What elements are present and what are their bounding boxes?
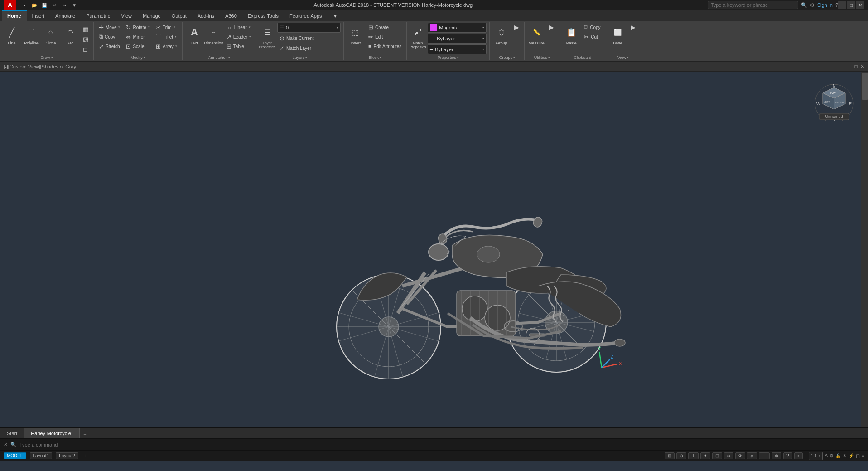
- tab-insert[interactable]: Insert: [27, 10, 50, 21]
- restore-button[interactable]: □: [847, 1, 855, 9]
- add-layout-button[interactable]: +: [82, 453, 88, 458]
- annotation-leader-button[interactable]: ↗ Leader ▾: [224, 32, 253, 41]
- isolate-objects[interactable]: ☀: [843, 453, 847, 458]
- group-button[interactable]: ⬡ Group: [492, 23, 511, 53]
- snap-toggle[interactable]: ⊙: [676, 452, 686, 459]
- modify-stretch-button[interactable]: ⤢ Stretch: [96, 42, 122, 51]
- tpress-toggle[interactable]: ⊕: [772, 452, 781, 459]
- block-insert-button[interactable]: ⬚ Insert: [347, 23, 365, 53]
- annotation-text-button[interactable]: A Text: [185, 23, 203, 53]
- viewport-close[interactable]: ✕: [860, 63, 864, 69]
- cmd-close-icon[interactable]: ✕: [4, 442, 8, 447]
- right-scrollbar[interactable]: [861, 72, 868, 427]
- tab-start[interactable]: Start: [0, 428, 24, 438]
- modify-expand-icon[interactable]: ▾: [144, 56, 145, 59]
- draw-arc-button[interactable]: ◠ Arc: [61, 23, 79, 53]
- paste-button[interactable]: 📋 Paste: [562, 23, 580, 53]
- utilities-expand-btn[interactable]: ▶: [547, 23, 556, 32]
- signin-button[interactable]: Sign In: [817, 2, 833, 8]
- annotation-linear-button[interactable]: ↔ Linear ▾: [224, 23, 253, 32]
- ui-lock[interactable]: 🔒: [835, 453, 841, 458]
- draw-expand-icon[interactable]: ▾: [51, 56, 53, 59]
- qat-redo[interactable]: ↪: [60, 1, 69, 9]
- draw-circle-button[interactable]: ○ Circle: [42, 23, 60, 53]
- customize-status[interactable]: ≡: [862, 453, 864, 458]
- block-expand-icon[interactable]: ▾: [380, 56, 381, 59]
- utilities-expand-icon[interactable]: ▾: [548, 56, 550, 59]
- layers-expand-icon[interactable]: ▾: [305, 56, 307, 59]
- modify-move-button[interactable]: ✛ Move ▾: [96, 23, 122, 32]
- tab-manage[interactable]: Manage: [137, 10, 166, 21]
- draw-gradient-button[interactable]: ▧: [81, 34, 91, 44]
- block-edit-attrs-button[interactable]: ≡ Edit Attributes: [366, 42, 404, 51]
- navicube[interactable]: N E S W TOP LEFT FRONT Unnamed: [814, 81, 854, 121]
- color-selector[interactable]: Magenta ▾: [428, 23, 487, 33]
- annotation-scale-button[interactable]: Δ: [825, 453, 828, 458]
- workspace-switcher[interactable]: ⚙: [829, 453, 834, 458]
- ducs-toggle[interactable]: ⟳: [735, 452, 745, 459]
- linetype-selector[interactable]: — ByLayer ▾: [428, 34, 487, 44]
- model-tab[interactable]: MODEL: [4, 452, 26, 459]
- tab-featured[interactable]: Featured Apps: [284, 10, 328, 21]
- viewport-restore[interactable]: □: [854, 64, 858, 69]
- lineweight-selector[interactable]: ━ ByLayer ▾: [428, 44, 487, 54]
- tab-annotate[interactable]: Annotate: [50, 10, 81, 21]
- draw-hatch-button[interactable]: ▦: [81, 24, 91, 34]
- annotation-expand-icon[interactable]: ▾: [228, 56, 230, 59]
- polar-toggle[interactable]: ✦: [700, 452, 710, 459]
- modify-rotate-button[interactable]: ↻ Rotate ▾: [124, 23, 152, 32]
- make-current-button[interactable]: ⊙ Make Current: [277, 34, 341, 43]
- help-icon[interactable]: 🔍: [801, 2, 807, 8]
- layer-selector[interactable]: ☰ 0 ▾: [277, 23, 341, 33]
- command-input[interactable]: [19, 442, 864, 447]
- qat-undo[interactable]: ↩: [50, 1, 59, 9]
- minimize-button[interactable]: −: [838, 1, 846, 9]
- qp-toggle[interactable]: ?: [783, 452, 792, 459]
- match-properties-button[interactable]: 🖌 MatchProperties: [410, 23, 426, 53]
- hardware-accel[interactable]: ⚡: [849, 453, 854, 458]
- grid-toggle[interactable]: ⊞: [665, 452, 675, 459]
- sync-icon[interactable]: ⚙: [810, 2, 815, 8]
- layout2-tab[interactable]: Layout2: [56, 452, 78, 459]
- annotation-dim-button[interactable]: ↔ Dimension: [205, 23, 223, 53]
- tab-output[interactable]: Output: [166, 10, 192, 21]
- qat-more[interactable]: ▼: [70, 1, 79, 9]
- sel-cycle-toggle[interactable]: ↕: [794, 452, 803, 459]
- group-expand-btn[interactable]: ▶: [512, 23, 521, 32]
- modify-array-button[interactable]: ⊞ Array ▾: [154, 42, 179, 51]
- otrack-toggle[interactable]: ∞: [724, 452, 733, 459]
- autocad-logo[interactable]: A: [4, 0, 16, 10]
- motorcycle-canvas[interactable]: X Y Z: [0, 72, 868, 427]
- modify-fillet-button[interactable]: ⌒ Fillet ▾: [154, 32, 179, 41]
- clipboard-copy-button[interactable]: ⧉ Copy: [582, 23, 603, 32]
- tab-more[interactable]: ▼: [328, 10, 343, 21]
- modify-mirror-button[interactable]: ⇔ Mirror: [124, 32, 152, 41]
- qat-open[interactable]: 📂: [30, 1, 39, 9]
- view-expand-btn[interactable]: ▶: [628, 23, 638, 32]
- cmd-search-icon[interactable]: 🔍: [10, 442, 17, 447]
- scrollbar-thumb[interactable]: [862, 73, 868, 100]
- groups-expand-icon[interactable]: ▾: [513, 56, 515, 59]
- qat-save[interactable]: 💾: [40, 1, 49, 9]
- close-button[interactable]: ✕: [856, 1, 864, 9]
- tab-drawing[interactable]: Harley-Motorcycle*: [24, 428, 80, 438]
- measure-button[interactable]: 📏 Measure: [527, 23, 545, 53]
- tab-view[interactable]: View: [116, 10, 137, 21]
- tab-express[interactable]: Express Tools: [242, 10, 284, 21]
- tab-a360[interactable]: A360: [220, 10, 242, 21]
- tab-parametric[interactable]: Parametric: [81, 10, 116, 21]
- search-input[interactable]: [708, 1, 798, 9]
- lweight-toggle[interactable]: —: [759, 452, 770, 459]
- viewport-minimize[interactable]: −: [849, 64, 852, 69]
- block-edit-button[interactable]: ✏ Edit: [366, 32, 404, 41]
- layer-properties-button[interactable]: ☰ LayerProperties: [259, 23, 275, 53]
- ortho-toggle[interactable]: ⊥: [688, 452, 699, 459]
- dyn-toggle[interactable]: ◈: [747, 452, 757, 459]
- properties-expand-icon[interactable]: ▾: [457, 56, 459, 59]
- add-tab-button[interactable]: +: [80, 430, 90, 438]
- draw-polyline-button[interactable]: ⌒ Polyline: [22, 23, 40, 53]
- tab-addins[interactable]: Add-ins: [192, 10, 220, 21]
- annotation-table-button[interactable]: ⊞ Table: [224, 42, 253, 51]
- osnap-toggle[interactable]: ⊡: [712, 452, 722, 459]
- layout1-tab[interactable]: Layout1: [30, 452, 53, 459]
